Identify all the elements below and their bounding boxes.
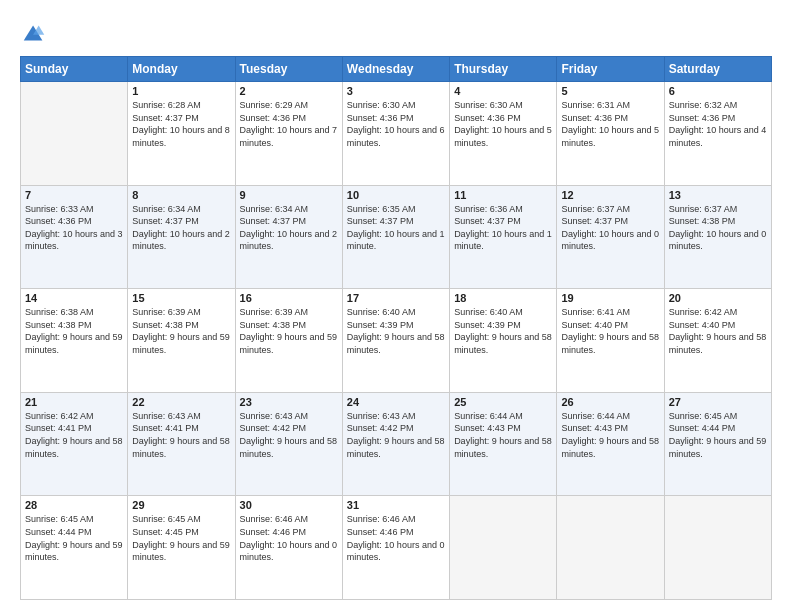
day-info: Sunrise: 6:31 AMSunset: 4:36 PMDaylight:… [561, 99, 659, 149]
day-number: 17 [347, 292, 445, 304]
day-info: Sunrise: 6:45 AMSunset: 4:45 PMDaylight:… [132, 513, 230, 563]
day-number: 28 [25, 499, 123, 511]
day-cell [557, 496, 664, 600]
day-number: 23 [240, 396, 338, 408]
day-number: 26 [561, 396, 659, 408]
day-cell: 30Sunrise: 6:46 AMSunset: 4:46 PMDayligh… [235, 496, 342, 600]
logo [20, 18, 52, 46]
day-number: 24 [347, 396, 445, 408]
day-info: Sunrise: 6:35 AMSunset: 4:37 PMDaylight:… [347, 203, 445, 253]
day-info: Sunrise: 6:42 AMSunset: 4:41 PMDaylight:… [25, 410, 123, 460]
day-cell: 31Sunrise: 6:46 AMSunset: 4:46 PMDayligh… [342, 496, 449, 600]
day-number: 11 [454, 189, 552, 201]
day-cell: 8Sunrise: 6:34 AMSunset: 4:37 PMDaylight… [128, 185, 235, 289]
day-number: 16 [240, 292, 338, 304]
day-cell: 15Sunrise: 6:39 AMSunset: 4:38 PMDayligh… [128, 289, 235, 393]
day-info: Sunrise: 6:45 AMSunset: 4:44 PMDaylight:… [25, 513, 123, 563]
day-info: Sunrise: 6:28 AMSunset: 4:37 PMDaylight:… [132, 99, 230, 149]
day-info: Sunrise: 6:37 AMSunset: 4:38 PMDaylight:… [669, 203, 767, 253]
col-header-sunday: Sunday [21, 57, 128, 82]
day-cell: 24Sunrise: 6:43 AMSunset: 4:42 PMDayligh… [342, 392, 449, 496]
day-number: 20 [669, 292, 767, 304]
day-info: Sunrise: 6:46 AMSunset: 4:46 PMDaylight:… [240, 513, 338, 563]
week-row-3: 14Sunrise: 6:38 AMSunset: 4:38 PMDayligh… [21, 289, 772, 393]
day-cell: 3Sunrise: 6:30 AMSunset: 4:36 PMDaylight… [342, 82, 449, 186]
day-number: 29 [132, 499, 230, 511]
day-info: Sunrise: 6:34 AMSunset: 4:37 PMDaylight:… [240, 203, 338, 253]
day-cell: 12Sunrise: 6:37 AMSunset: 4:37 PMDayligh… [557, 185, 664, 289]
day-number: 10 [347, 189, 445, 201]
day-cell: 1Sunrise: 6:28 AMSunset: 4:37 PMDaylight… [128, 82, 235, 186]
day-info: Sunrise: 6:33 AMSunset: 4:36 PMDaylight:… [25, 203, 123, 253]
day-info: Sunrise: 6:44 AMSunset: 4:43 PMDaylight:… [561, 410, 659, 460]
day-cell [450, 496, 557, 600]
day-info: Sunrise: 6:46 AMSunset: 4:46 PMDaylight:… [347, 513, 445, 563]
day-cell: 6Sunrise: 6:32 AMSunset: 4:36 PMDaylight… [664, 82, 771, 186]
day-cell: 27Sunrise: 6:45 AMSunset: 4:44 PMDayligh… [664, 392, 771, 496]
day-info: Sunrise: 6:41 AMSunset: 4:40 PMDaylight:… [561, 306, 659, 356]
week-row-4: 21Sunrise: 6:42 AMSunset: 4:41 PMDayligh… [21, 392, 772, 496]
day-cell: 23Sunrise: 6:43 AMSunset: 4:42 PMDayligh… [235, 392, 342, 496]
day-info: Sunrise: 6:43 AMSunset: 4:41 PMDaylight:… [132, 410, 230, 460]
day-info: Sunrise: 6:32 AMSunset: 4:36 PMDaylight:… [669, 99, 767, 149]
week-row-1: 1Sunrise: 6:28 AMSunset: 4:37 PMDaylight… [21, 82, 772, 186]
day-cell: 11Sunrise: 6:36 AMSunset: 4:37 PMDayligh… [450, 185, 557, 289]
day-info: Sunrise: 6:43 AMSunset: 4:42 PMDaylight:… [240, 410, 338, 460]
header [20, 18, 772, 46]
header-row: SundayMondayTuesdayWednesdayThursdayFrid… [21, 57, 772, 82]
day-number: 7 [25, 189, 123, 201]
day-number: 18 [454, 292, 552, 304]
day-number: 8 [132, 189, 230, 201]
day-cell: 28Sunrise: 6:45 AMSunset: 4:44 PMDayligh… [21, 496, 128, 600]
day-info: Sunrise: 6:37 AMSunset: 4:37 PMDaylight:… [561, 203, 659, 253]
day-info: Sunrise: 6:30 AMSunset: 4:36 PMDaylight:… [347, 99, 445, 149]
day-number: 22 [132, 396, 230, 408]
day-cell: 21Sunrise: 6:42 AMSunset: 4:41 PMDayligh… [21, 392, 128, 496]
day-cell: 4Sunrise: 6:30 AMSunset: 4:36 PMDaylight… [450, 82, 557, 186]
day-number: 9 [240, 189, 338, 201]
day-number: 19 [561, 292, 659, 304]
day-info: Sunrise: 6:39 AMSunset: 4:38 PMDaylight:… [240, 306, 338, 356]
day-number: 27 [669, 396, 767, 408]
col-header-wednesday: Wednesday [342, 57, 449, 82]
week-row-5: 28Sunrise: 6:45 AMSunset: 4:44 PMDayligh… [21, 496, 772, 600]
day-info: Sunrise: 6:45 AMSunset: 4:44 PMDaylight:… [669, 410, 767, 460]
col-header-monday: Monday [128, 57, 235, 82]
day-number: 21 [25, 396, 123, 408]
day-number: 4 [454, 85, 552, 97]
day-info: Sunrise: 6:40 AMSunset: 4:39 PMDaylight:… [347, 306, 445, 356]
day-number: 3 [347, 85, 445, 97]
day-cell [664, 496, 771, 600]
day-number: 6 [669, 85, 767, 97]
day-cell: 7Sunrise: 6:33 AMSunset: 4:36 PMDaylight… [21, 185, 128, 289]
day-number: 14 [25, 292, 123, 304]
day-cell: 17Sunrise: 6:40 AMSunset: 4:39 PMDayligh… [342, 289, 449, 393]
day-info: Sunrise: 6:29 AMSunset: 4:36 PMDaylight:… [240, 99, 338, 149]
day-cell [21, 82, 128, 186]
day-cell: 26Sunrise: 6:44 AMSunset: 4:43 PMDayligh… [557, 392, 664, 496]
day-number: 15 [132, 292, 230, 304]
day-cell: 22Sunrise: 6:43 AMSunset: 4:41 PMDayligh… [128, 392, 235, 496]
day-cell: 16Sunrise: 6:39 AMSunset: 4:38 PMDayligh… [235, 289, 342, 393]
page: SundayMondayTuesdayWednesdayThursdayFrid… [0, 0, 792, 612]
day-cell: 10Sunrise: 6:35 AMSunset: 4:37 PMDayligh… [342, 185, 449, 289]
day-number: 31 [347, 499, 445, 511]
day-cell: 19Sunrise: 6:41 AMSunset: 4:40 PMDayligh… [557, 289, 664, 393]
day-number: 12 [561, 189, 659, 201]
col-header-saturday: Saturday [664, 57, 771, 82]
week-row-2: 7Sunrise: 6:33 AMSunset: 4:36 PMDaylight… [21, 185, 772, 289]
day-number: 25 [454, 396, 552, 408]
day-number: 1 [132, 85, 230, 97]
day-info: Sunrise: 6:40 AMSunset: 4:39 PMDaylight:… [454, 306, 552, 356]
logo-icon [20, 18, 48, 46]
day-info: Sunrise: 6:43 AMSunset: 4:42 PMDaylight:… [347, 410, 445, 460]
day-cell: 5Sunrise: 6:31 AMSunset: 4:36 PMDaylight… [557, 82, 664, 186]
day-number: 2 [240, 85, 338, 97]
col-header-friday: Friday [557, 57, 664, 82]
day-cell: 14Sunrise: 6:38 AMSunset: 4:38 PMDayligh… [21, 289, 128, 393]
day-cell: 20Sunrise: 6:42 AMSunset: 4:40 PMDayligh… [664, 289, 771, 393]
col-header-tuesday: Tuesday [235, 57, 342, 82]
day-cell: 25Sunrise: 6:44 AMSunset: 4:43 PMDayligh… [450, 392, 557, 496]
day-info: Sunrise: 6:39 AMSunset: 4:38 PMDaylight:… [132, 306, 230, 356]
day-cell: 18Sunrise: 6:40 AMSunset: 4:39 PMDayligh… [450, 289, 557, 393]
